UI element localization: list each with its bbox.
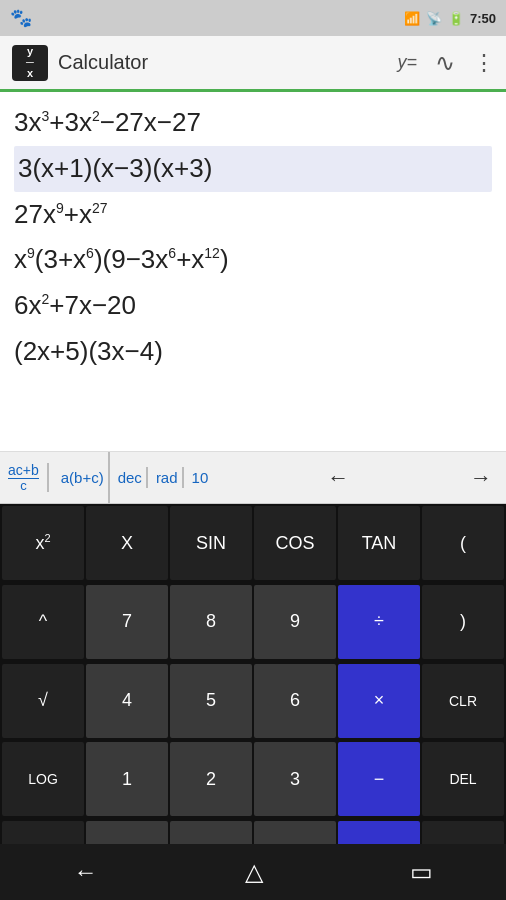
- expand-button[interactable]: a(b+c): [57, 452, 110, 503]
- key-tan[interactable]: TAN: [338, 506, 420, 580]
- key-x-squared[interactable]: x2: [2, 506, 84, 580]
- key-1[interactable]: 1: [86, 742, 168, 816]
- display-area: 3x3+3x2−27x−27 3(x+1)(x−3)(x+3) 27x9+x27…: [0, 92, 506, 452]
- app-logo: y─x: [12, 45, 48, 81]
- key-3[interactable]: 3: [254, 742, 336, 816]
- key-9[interactable]: 9: [254, 585, 336, 659]
- app-bar-actions: y= ∿ ⋮: [397, 49, 494, 77]
- nav-back-button[interactable]: ←: [54, 850, 118, 894]
- num-button[interactable]: 10: [188, 467, 213, 488]
- signal-icon: 📡: [426, 11, 442, 26]
- toolbar-row: ac+b c a(b+c) dec rad 10 ← →: [0, 452, 506, 504]
- nav-home-button[interactable]: △: [225, 850, 283, 894]
- key-del[interactable]: DEL: [422, 742, 504, 816]
- calc-grid: x2 X SIN COS TAN ( ^ 7 8 9 ÷ ) √ 4 5 6 ×…: [0, 504, 506, 900]
- key-sqrt[interactable]: √: [2, 664, 84, 738]
- key-caret[interactable]: ^: [2, 585, 84, 659]
- app-title: Calculator: [58, 51, 397, 74]
- key-6[interactable]: 6: [254, 664, 336, 738]
- key-8[interactable]: 8: [170, 585, 252, 659]
- notification-icon: 🐾: [10, 7, 32, 29]
- more-options-button[interactable]: ⋮: [473, 50, 494, 76]
- display-row-6: (2x+5)(3x−4): [14, 329, 492, 375]
- battery-icon: 🔋: [448, 11, 464, 26]
- back-arrow-button[interactable]: ←: [321, 463, 355, 493]
- key-4[interactable]: 4: [86, 664, 168, 738]
- main-content: 3x3+3x2−27x−27 3(x+1)(x−3)(x+3) 27x9+x27…: [0, 92, 506, 900]
- key-divide[interactable]: ÷: [338, 585, 420, 659]
- key-5[interactable]: 5: [170, 664, 252, 738]
- key-2[interactable]: 2: [170, 742, 252, 816]
- key-log[interactable]: LOG: [2, 742, 84, 816]
- key-open-paren[interactable]: (: [422, 506, 504, 580]
- wifi-icon: 📶: [404, 11, 420, 26]
- app-bar: y─x Calculator y= ∿ ⋮: [0, 36, 506, 92]
- forward-arrow-button[interactable]: →: [464, 463, 498, 493]
- key-x[interactable]: X: [86, 506, 168, 580]
- nav-recents-button[interactable]: ▭: [390, 850, 453, 894]
- dec-button[interactable]: dec: [114, 467, 148, 488]
- key-sin[interactable]: SIN: [170, 506, 252, 580]
- nav-bar: ← △ ▭: [0, 844, 506, 900]
- display-row-5: 6x2+7x−20: [14, 283, 492, 329]
- wave-button[interactable]: ∿: [435, 49, 455, 77]
- toolbar-fraction[interactable]: ac+b c: [8, 463, 49, 492]
- key-close-paren[interactable]: ): [422, 585, 504, 659]
- key-clr[interactable]: CLR: [422, 664, 504, 738]
- display-row-1: 3x3+3x2−27x−27: [14, 100, 492, 146]
- status-bar: 🐾 📶 📡 🔋 7:50: [0, 0, 506, 36]
- display-row-3: 27x9+x27: [14, 192, 492, 238]
- key-multiply[interactable]: ×: [338, 664, 420, 738]
- display-row-2: 3(x+1)(x−3)(x+3): [14, 146, 492, 192]
- status-time: 7:50: [470, 11, 496, 26]
- key-cos[interactable]: COS: [254, 506, 336, 580]
- status-left: 🐾: [10, 7, 32, 29]
- fraction-numerator: ac+b: [8, 463, 39, 479]
- key-7[interactable]: 7: [86, 585, 168, 659]
- status-right: 📶 📡 🔋 7:50: [404, 11, 496, 26]
- rad-button[interactable]: rad: [152, 467, 184, 488]
- display-row-4: x9(3+x6)(9−3x6+x12): [14, 237, 492, 283]
- fraction-denominator: c: [20, 479, 27, 492]
- key-minus[interactable]: −: [338, 742, 420, 816]
- y-equals-button[interactable]: y=: [397, 52, 417, 73]
